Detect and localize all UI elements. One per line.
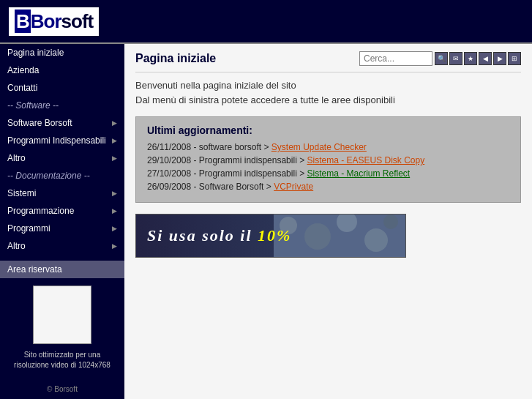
svg-point-2 <box>67 309 81 329</box>
sidebar-copyright: © Borsoft <box>7 385 117 393</box>
prev-icon[interactable]: ◀ <box>479 52 492 65</box>
svg-point-5 <box>54 329 72 339</box>
welcome-line-1: Benvenuti nella pagina iniziale del sito <box>135 80 521 91</box>
sidebar-item-documentazione-section: -- Documentazione -- <box>0 167 124 184</box>
next-icon[interactable]: ▶ <box>493 52 506 65</box>
sidebar-bottom: Sito ottimizzato per una risoluzione vid… <box>0 278 124 399</box>
sidebar-item-azienda[interactable]: Azienda <box>0 61 124 79</box>
svg-point-4 <box>73 295 82 307</box>
sidebar-item-contatti[interactable]: Contatti <box>0 79 124 97</box>
svg-rect-6 <box>34 286 91 344</box>
updates-box: Ultimi aggiornamenti: 26/11/2008 - softw… <box>135 116 521 203</box>
update-row-2: 29/10/2008 - Programmi indispensabili > … <box>147 155 509 165</box>
search-input[interactable] <box>359 51 432 66</box>
banner-text: Si usa solo il 10% <box>136 226 291 245</box>
page-title: Pagina iniziale <box>135 52 216 65</box>
sidebar-note: Sito ottimizzato per una risoluzione vid… <box>7 350 117 370</box>
svg-rect-0 <box>34 286 91 344</box>
updates-title: Ultimi aggiornamenti: <box>147 124 509 136</box>
svg-point-3 <box>42 322 54 331</box>
logo[interactable]: BBorsoft <box>9 7 99 36</box>
sidebar-item-altro-1[interactable]: Altro <box>0 149 124 167</box>
sidebar-item-sistemi[interactable]: Sistemi <box>0 184 124 202</box>
sidebar-item-software-borsoft[interactable]: Software Borsoft <box>0 114 124 132</box>
area-reserved[interactable]: Area riservata <box>0 261 124 278</box>
banner[interactable]: Si usa solo il 10% <box>135 214 406 258</box>
update-row-4: 26/09/2008 - Software Borsoft > VCPrivat… <box>147 182 509 192</box>
sidebar-item-software-section: -- Software -- <box>0 97 124 114</box>
logo-soft: soft <box>61 10 94 32</box>
sidebar-item-altro-2[interactable]: Altro <box>0 237 124 255</box>
sidebar-item-programmi[interactable]: Programmi <box>0 220 124 237</box>
update-link-2[interactable]: Sistema - EASEUS Disk Copy <box>307 155 424 165</box>
banner-pattern <box>274 215 405 258</box>
main-topbar: Pagina iniziale 🔍 ✉ ★ ◀ ▶ ⊞ <box>135 51 521 72</box>
update-link-1[interactable]: System Update Checker <box>271 142 367 152</box>
update-row-3: 27/10/2008 - Programmi indispensabili > … <box>147 168 509 179</box>
email-icon[interactable]: ✉ <box>449 52 462 65</box>
cow-image <box>33 286 91 344</box>
main-content: Pagina iniziale 🔍 ✉ ★ ◀ ▶ ⊞ Benvenuti ne… <box>124 44 532 399</box>
svg-point-1 <box>45 297 66 312</box>
sidebar-item-programmazione[interactable]: Programmazione <box>0 202 124 220</box>
logo-text: BBorsoft <box>15 10 93 33</box>
update-link-3[interactable]: Sistema - Macrium Reflect <box>307 168 410 179</box>
welcome-line-2: Dal menù di sinistra potete accedere a t… <box>135 94 521 105</box>
sidebar-item-pagina-iniziale[interactable]: Pagina iniziale <box>0 44 124 61</box>
update-row-1: 26/11/2008 - software borsoft > System U… <box>147 142 509 152</box>
update-link-4[interactable]: VCPrivate <box>274 182 313 192</box>
toolbar-icons: 🔍 ✉ ★ ◀ ▶ ⊞ <box>435 52 521 65</box>
search-icon[interactable]: 🔍 <box>435 52 448 65</box>
content-wrapper: Pagina iniziale Azienda Contatti -- Soft… <box>0 44 532 399</box>
search-bar: 🔍 ✉ ★ ◀ ▶ ⊞ <box>359 51 521 66</box>
logo-bor-rest: Bor <box>31 10 61 32</box>
logo-b: B <box>15 10 31 33</box>
star-icon[interactable]: ★ <box>464 52 477 65</box>
sidebar-item-programmi-indispensabili[interactable]: Programmi Indispensabili <box>0 132 124 149</box>
header: BBorsoft <box>0 0 532 44</box>
sidebar: Pagina iniziale Azienda Contatti -- Soft… <box>0 44 124 399</box>
logo-bor: BBor <box>15 10 61 32</box>
grid-icon[interactable]: ⊞ <box>508 52 521 65</box>
banner-percent: 10% <box>258 226 291 245</box>
